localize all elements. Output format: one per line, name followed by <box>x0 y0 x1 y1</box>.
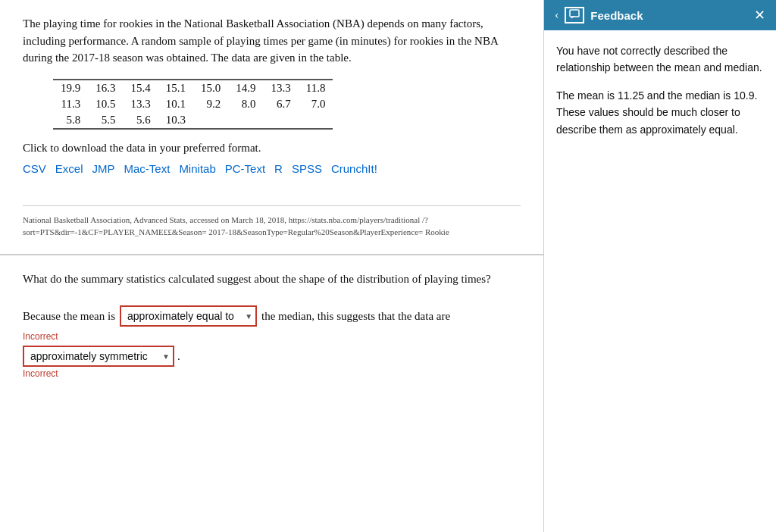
feedback-close-button[interactable]: ✕ <box>754 8 765 22</box>
data-table: 19.916.315.415.115.014.913.311.811.310.5… <box>53 79 333 130</box>
table-cell: 5.6 <box>124 112 158 129</box>
table-cell: 7.0 <box>299 96 333 112</box>
dropdown1-wrapper[interactable]: approximately equal togreater thanless t… <box>120 305 257 327</box>
download-link[interactable]: SPSS <box>292 162 322 175</box>
answer-row-1: Because the mean is approximately equal … <box>23 305 521 327</box>
table-cell: 13.3 <box>264 80 299 96</box>
download-link[interactable]: JMP <box>92 162 115 175</box>
answer-suffix: . <box>177 350 180 363</box>
question-text: What do the summary statistics calculate… <box>23 271 521 288</box>
answer-middle: the median, this suggests that the data … <box>261 310 450 323</box>
table-cell: 10.5 <box>88 96 123 112</box>
download-link[interactable]: Minitab <box>179 162 215 175</box>
incorrect-label-2: Incorrect <box>23 368 58 379</box>
download-link[interactable]: Excel <box>55 162 83 175</box>
download-link[interactable]: PC-Text <box>225 162 265 175</box>
table-cell <box>193 112 228 129</box>
table-cell: 16.3 <box>88 80 123 96</box>
table-cell: 9.2 <box>193 96 228 112</box>
content-upper: The playing time for rookies in the Nati… <box>0 0 543 255</box>
table-cell: 11.8 <box>299 80 333 96</box>
table-cell: 14.9 <box>228 80 263 96</box>
feedback-title: Feedback <box>590 9 643 22</box>
content-lower: What do the summary statistics calculate… <box>0 255 543 396</box>
table-cell: 15.0 <box>193 80 228 96</box>
feedback-body: You have not correctly described the rel… <box>544 30 776 150</box>
feedback-header: ‹ Feedback ✕ <box>544 0 776 30</box>
table-cell: 6.7 <box>264 96 299 112</box>
table-cell: 8.0 <box>228 96 263 112</box>
table-cell: 15.4 <box>124 80 158 96</box>
download-link[interactable]: CSV <box>23 162 46 175</box>
answer-row-2: approximately symmetricskewed rightskewe… <box>23 346 521 367</box>
table-row: 5.85.55.610.3 <box>53 112 333 129</box>
download-link[interactable]: Mac-Text <box>124 162 171 175</box>
table-cell <box>228 112 263 129</box>
incorrect-label-1: Incorrect <box>23 331 58 342</box>
table-cell: 5.5 <box>88 112 123 129</box>
table-cell: 15.1 <box>158 80 193 96</box>
intro-text: The playing time for rookies in the Nati… <box>23 15 521 67</box>
table-cell: 10.3 <box>158 112 193 129</box>
table-cell: 5.8 <box>53 112 88 129</box>
feedback-panel: ‹ Feedback ✕ You have not correctly desc… <box>544 0 776 532</box>
feedback-paragraph: The mean is 11.25 and the median is 10.9… <box>556 87 764 138</box>
download-text: Click to download the data in your prefe… <box>23 142 521 155</box>
feedback-header-left: ‹ Feedback <box>555 7 643 23</box>
feedback-paragraph: You have not correctly described the rel… <box>556 42 764 77</box>
dropdown2-wrapper[interactable]: approximately symmetricskewed rightskewe… <box>23 346 174 367</box>
comment-icon <box>569 9 580 20</box>
dropdown2-select[interactable]: approximately symmetricskewed rightskewe… <box>23 346 174 367</box>
answer-prefix: Because the mean is <box>23 310 115 323</box>
table-cell: 11.3 <box>53 96 88 112</box>
back-chevron-icon[interactable]: ‹ <box>555 8 559 22</box>
table-cell: 19.9 <box>53 80 88 96</box>
source-text: National Basketball Association, Advance… <box>23 205 521 239</box>
download-link[interactable]: CrunchIt! <box>331 162 377 175</box>
svg-rect-0 <box>570 10 579 17</box>
table-cell: 10.1 <box>158 96 193 112</box>
download-link[interactable]: R <box>274 162 283 175</box>
feedback-box-icon <box>565 7 584 23</box>
table-cell: 13.3 <box>124 96 158 112</box>
table-row: 19.916.315.415.115.014.913.311.8 <box>53 80 333 96</box>
main-content: The playing time for rookies in the Nati… <box>0 0 544 532</box>
table-row: 11.310.513.310.19.28.06.77.0 <box>53 96 333 112</box>
dropdown1-select[interactable]: approximately equal togreater thanless t… <box>120 305 257 327</box>
download-links: CSVExcelJMPMac-TextMinitabPC-TextRSPSSCr… <box>23 162 521 175</box>
table-cell <box>299 112 333 129</box>
table-cell <box>264 112 299 129</box>
